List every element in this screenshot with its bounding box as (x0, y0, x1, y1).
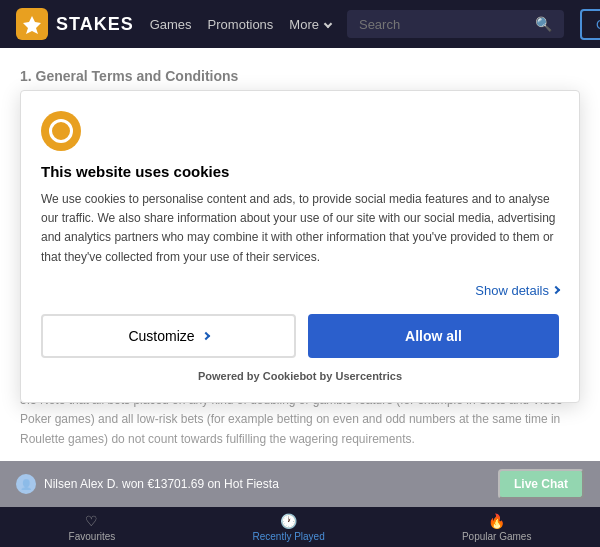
logo-area[interactable]: STAKES (16, 8, 134, 40)
allow-all-button[interactable]: Allow all (308, 314, 559, 358)
header: STAKES Games Promotions More 🔍 Create ac… (0, 0, 600, 48)
cookie-logo-inner (49, 119, 73, 143)
bottom-nav: ♡ Favourites 🕐 Recently Played 🔥 Popular… (0, 507, 600, 547)
cookie-body: We use cookies to personalise content an… (41, 190, 559, 267)
search-bar[interactable]: 🔍 (347, 10, 564, 38)
cookie-buttons: Customize Allow all (41, 314, 559, 358)
svg-marker-0 (23, 16, 41, 34)
cookiebot-attribution: Powered by Cookiebot by Usercentrics (41, 370, 559, 382)
bottom-nav-favourites[interactable]: ♡ Favourites (69, 513, 116, 542)
nav-more[interactable]: More (289, 17, 331, 32)
nav-promotions[interactable]: Promotions (208, 17, 274, 32)
chevron-right-icon (552, 286, 560, 294)
create-account-button[interactable]: Create account (580, 9, 600, 40)
nav-games[interactable]: Games (150, 17, 192, 32)
cookie-dialog: This website uses cookies We use cookies… (20, 90, 580, 403)
cookie-title: This website uses cookies (41, 163, 559, 180)
clock-icon: 🕐 (280, 513, 297, 529)
chevron-down-icon (324, 20, 332, 28)
heart-icon: ♡ (85, 513, 98, 529)
customize-button[interactable]: Customize (41, 314, 296, 358)
cookie-logo (41, 111, 81, 151)
cookie-overlay: This website uses cookies We use cookies… (0, 60, 600, 547)
main-nav: Games Promotions More (150, 17, 331, 32)
search-icon: 🔍 (535, 16, 552, 32)
show-details-link[interactable]: Show details (41, 283, 559, 298)
bottom-nav-popular-games[interactable]: 🔥 Popular Games (462, 513, 531, 542)
fire-icon: 🔥 (488, 513, 505, 529)
logo-text: STAKES (56, 14, 134, 35)
stakes-logo-icon (16, 8, 48, 40)
search-input[interactable] (359, 17, 527, 32)
customize-chevron-icon (201, 332, 209, 340)
bottom-nav-recently-played[interactable]: 🕐 Recently Played (252, 513, 324, 542)
